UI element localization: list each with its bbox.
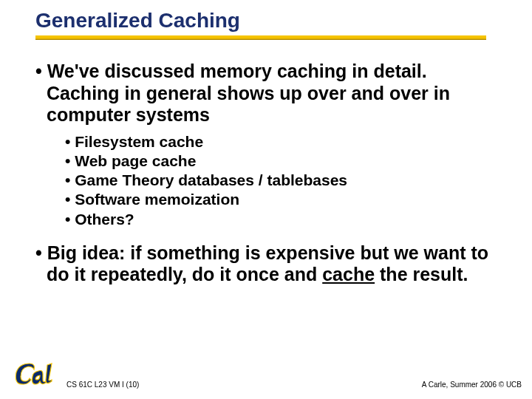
bullet-1: We've discussed memory caching in detail… xyxy=(35,61,501,126)
bullet-2: Big idea: if something is expensive but … xyxy=(35,242,501,286)
subbullet: Filesystem cache xyxy=(65,132,501,151)
subbullet: Web page cache xyxy=(65,151,501,171)
footer-left: CS 61C L23 VM I (10) xyxy=(56,381,422,390)
slide-title: Generalized Caching xyxy=(35,9,532,33)
subbullet: Others? xyxy=(65,210,501,229)
bullet-1-sublist: Filesystem cache Web page cache Game The… xyxy=(65,132,501,229)
footer: CS 61C L23 VM I (10) A Carle, Summer 200… xyxy=(0,359,532,390)
subbullet: Game Theory databases / tablebases xyxy=(65,171,501,190)
cal-logo-icon xyxy=(13,359,56,390)
slide-body: We've discussed memory caching in detail… xyxy=(0,40,532,286)
subbullet: Software memoization xyxy=(65,190,501,209)
footer-right: A Carle, Summer 2006 © UCB xyxy=(422,381,522,390)
